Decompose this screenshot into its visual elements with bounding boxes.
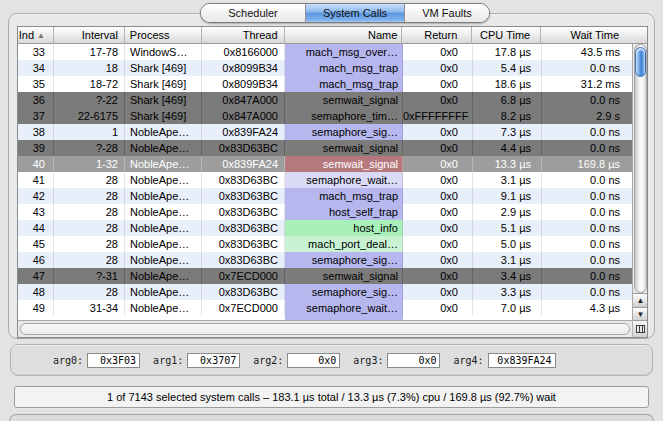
cell-thread: 0x83D63BC [202,188,285,204]
args-bar: arg0:arg1:arg2:arg3:arg4: [10,344,653,376]
column-header-thread[interactable]: Thread [202,27,285,44]
table-row[interactable]: 4228NobleApe…0x83D63BCmach_msg_trap0x09.… [18,188,632,204]
cell-cpu: 3.4 µs [473,268,542,284]
table-row[interactable]: 39?-28NobleApe…0x83D63BCsemwait_signal0x… [18,140,632,156]
cell-process: NobleApe… [125,188,202,204]
cell-interval: 28 [54,236,125,252]
table-row[interactable]: 4528NobleApe…0x83D63BCmach_port_deal…0x0… [18,236,632,252]
column-header-ind[interactable]: Ind▲ [18,27,54,44]
cell-interval: 17-78 [54,44,125,60]
table-row[interactable]: 4628NobleApe…0x83D63BCsemaphore_sig…0x03… [18,252,632,268]
table-row[interactable]: 36?-22Shark [469]0x847A000semwait_signal… [18,92,632,108]
cell-thread: 0x8099B34 [202,60,285,76]
column-header-interval[interactable]: Interval [54,27,125,44]
cell-return: 0x0 [403,268,473,284]
horizontal-scroll-track[interactable] [20,323,630,335]
column-header-wait[interactable]: Wait Time [541,27,631,44]
cell-interval: 28 [54,204,125,220]
arg0-field[interactable] [87,353,140,368]
cell-wait: 0.0 ns [542,92,632,108]
scroll-down-button[interactable]: ▼ [633,307,648,321]
cell-process: NobleApe… [125,268,202,284]
column-header-return[interactable]: Return [402,27,472,44]
table-row[interactable]: 3418Shark [469]0x8099B34mach_msg_trap0x0… [18,60,632,76]
cell-cpu: 5.4 µs [473,60,542,76]
cell-name: host_info [285,220,403,236]
scroll-up-button[interactable]: ▲ [633,293,648,307]
down-arrow-icon: ▼ [637,310,645,319]
table-row[interactable]: 381NobleApe…0x839FA24semaphore_sig…0x07.… [18,124,632,140]
cell-return: 0x0 [403,188,473,204]
cell-thread: 0x83D63BC [202,140,285,156]
cell-thread: 0x839FA24 [202,124,285,140]
cell-process: NobleApe… [125,124,202,140]
column-header-name[interactable]: Name [285,27,403,44]
table-header: Ind▲IntervalProcessThreadNameReturnCPU T… [18,27,647,44]
column-header-cpu[interactable]: CPU Time [472,27,541,44]
cell-wait: 31.2 ms [542,76,632,92]
column-header-process[interactable]: Process [125,27,202,44]
cell-interval: 28 [54,172,125,188]
tab-scheduler[interactable]: Scheduler [201,4,305,22]
status-text: 1 of 7143 selected system calls – 183.1 … [107,391,556,403]
cell-cpu: 18.6 µs [473,76,542,92]
cell-return: 0x0 [403,124,473,140]
table-row[interactable]: 3317-78WindowS…0x8166000mach_msg_over…0x… [18,44,632,60]
cell-wait: 0.0 ns [542,188,632,204]
table-row[interactable]: 3518-72Shark [469]0x8099B34mach_msg_trap… [18,76,632,92]
cell-ind: 41 [18,172,54,188]
table-row[interactable]: 4428NobleApe…0x83D63BChost_info0x05.1 µs… [18,220,632,236]
arg3-field[interactable] [387,353,440,368]
cell-return: 0x0 [403,140,473,156]
table-row[interactable]: 4128NobleApe…0x83D63BCsemaphore_wait…0x0… [18,172,632,188]
arg3-label: arg3: [353,355,383,366]
cell-interval: 1 [54,124,125,140]
arg1-group: arg1: [153,353,240,368]
cell-thread: 0x8166000 [202,44,285,60]
cell-wait: 0.0 ns [542,236,632,252]
vertical-scroll-thumb[interactable] [635,47,646,77]
table-row[interactable]: 3722-6175Shark [469]0x847A000semaphore_t… [18,108,632,124]
table-row[interactable]: 4931-34NobleApe…0x7ECD000semaphore_wait…… [18,300,632,316]
tab-system-calls[interactable]: System Calls [305,4,405,22]
vertical-scrollbar[interactable]: ▲ ▼ [632,44,647,321]
cell-ind: 45 [18,236,54,252]
arg4-group: arg4: [453,353,555,368]
table-row[interactable]: 4328NobleApe…0x83D63BChost_self_trap0x02… [18,204,632,220]
tab-vm-faults[interactable]: VM Faults [405,4,489,22]
cell-cpu: 7.3 µs [473,124,542,140]
cell-name: mach_msg_trap [285,76,403,92]
vertical-scroll-track[interactable] [634,44,647,293]
arg2-field[interactable] [287,353,340,368]
table-row[interactable]: 4828NobleApe…0x83D63BCsemaphore_sig…0x03… [18,284,632,300]
cell-process: WindowS… [125,44,202,60]
cell-ind: 39 [18,140,54,156]
cell-name: semaphore_sig… [285,124,403,140]
table-row[interactable]: 47?-31NobleApe…0x7ECD000semwait_signal0x… [18,268,632,284]
table-row[interactable]: 401-32NobleApe…0x839FA24semwait_signal0x… [18,156,632,172]
cell-cpu: 3.1 µs [473,252,542,268]
cell-cpu: 7.0 µs [473,300,542,316]
cell-name: semaphore_wait… [285,300,403,316]
cell-name: mach_port_deal… [285,236,403,252]
column-resize-widget[interactable] [632,320,647,337]
cell-interval: ?-31 [54,268,125,284]
cell-wait: 4.3 µs [542,300,632,316]
cell-ind: 36 [18,92,54,108]
cell-wait: 43.5 ms [542,44,632,60]
horizontal-scrollbar[interactable] [18,320,632,337]
arg4-field[interactable] [488,353,556,368]
cell-name: semwait_signal [285,268,403,284]
cell-thread: 0x83D63BC [202,172,285,188]
cell-process: Shark [469] [125,76,202,92]
cell-return: 0x0 [403,156,473,172]
cell-return: 0x0 [403,284,473,300]
cell-return: 0x0 [403,252,473,268]
cell-process: Shark [469] [125,60,202,76]
cell-ind: 48 [18,284,54,300]
cell-ind: 46 [18,252,54,268]
cell-ind: 37 [18,108,54,124]
cell-wait: 0.0 ns [542,124,632,140]
arg1-field[interactable] [187,353,240,368]
cell-cpu: 13.3 µs [473,156,542,172]
